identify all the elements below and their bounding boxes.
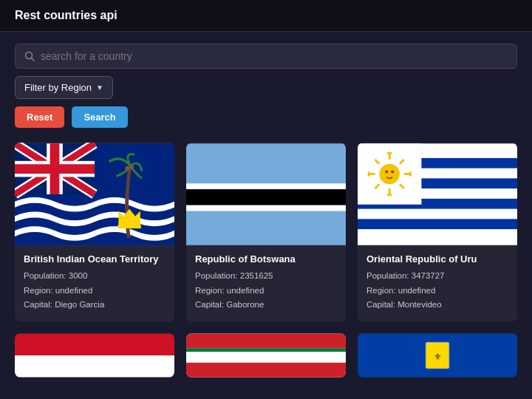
filter-region-label: Filter by Region	[24, 82, 92, 93]
svg-rect-19	[186, 189, 346, 205]
flag-partial3: ⚜	[358, 333, 517, 378]
search-icon	[24, 51, 35, 61]
card-detail-uruguay: Population: 3473727 Region: undefined Ca…	[366, 269, 508, 313]
svg-rect-25	[358, 219, 517, 229]
app-title: Rest countries api	[15, 9, 517, 22]
search-button[interactable]: Search	[72, 106, 127, 128]
svg-point-12	[125, 166, 129, 171]
filter-row: Filter by Region ▼	[15, 76, 517, 99]
country-card-partial2[interactable]	[186, 333, 346, 378]
action-buttons-row: Reset Search	[15, 106, 517, 128]
country-card-uruguay[interactable]: Oriental Republic of Uru Population: 347…	[358, 143, 517, 321]
country-card-botswana[interactable]: Republic of Botswana Population: 2351625…	[186, 143, 346, 321]
svg-point-36	[385, 171, 388, 174]
flag-botswana	[186, 143, 346, 246]
card-name: Oriental Republic of Uru	[366, 253, 508, 265]
country-card-partial1[interactable]	[15, 333, 174, 378]
controls-panel: Filter by Region ▼ Reset Search	[0, 32, 532, 135]
svg-rect-39	[15, 355, 174, 377]
cards-grid: British Indian Ocean Territory Populatio…	[0, 135, 532, 389]
svg-rect-38	[15, 333, 174, 355]
app-header: Rest countries api	[0, 0, 532, 32]
card-info-botswana: Republic of Botswana Population: 2351625…	[186, 246, 346, 321]
card-info-uruguay: Oriental Republic of Uru Population: 347…	[358, 246, 517, 321]
flag-biot	[15, 143, 174, 246]
svg-text:⚜: ⚜	[434, 352, 442, 361]
svg-rect-43	[186, 348, 346, 352]
svg-rect-41	[186, 333, 346, 348]
filter-region-dropdown[interactable]: Filter by Region ▼	[15, 76, 113, 99]
svg-rect-20	[186, 205, 346, 211]
flag-partial2	[186, 333, 346, 378]
svg-rect-42	[186, 362, 346, 377]
card-info-biot: British Indian Ocean Territory Populatio…	[15, 246, 174, 321]
flag-partial1	[15, 333, 174, 378]
card-detail-botswana: Population: 2351625 Region: undefined Ca…	[195, 269, 337, 313]
svg-rect-14	[118, 218, 140, 225]
country-card-partial3[interactable]: ⚜	[358, 333, 517, 378]
svg-rect-18	[186, 183, 346, 189]
svg-point-37	[391, 171, 394, 174]
svg-line-1	[32, 58, 35, 61]
country-card-biot[interactable]: British Indian Ocean Territory Populatio…	[15, 143, 174, 321]
card-population: Population: 3000 Region: undefined Capit…	[24, 269, 166, 313]
svg-point-13	[129, 165, 134, 169]
reset-button[interactable]: Reset	[15, 106, 64, 128]
svg-point-35	[379, 164, 399, 184]
flag-uruguay	[358, 143, 517, 246]
svg-rect-11	[15, 164, 95, 174]
svg-rect-16	[117, 225, 140, 228]
search-container	[15, 44, 517, 69]
card-name: Republic of Botswana	[195, 253, 337, 265]
search-input[interactable]	[41, 50, 508, 62]
chevron-down-icon: ▼	[96, 83, 103, 92]
card-name: British Indian Ocean Territory	[24, 253, 166, 265]
